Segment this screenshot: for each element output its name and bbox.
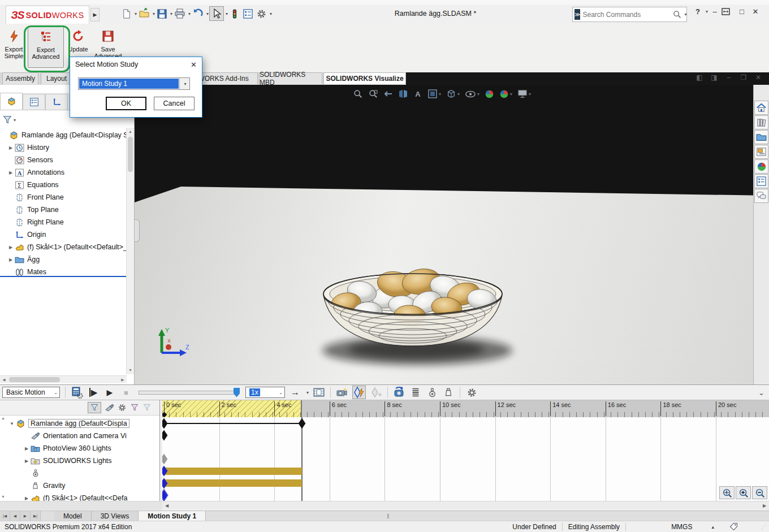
scroll-right-icon[interactable]: ▶: [119, 378, 127, 382]
combo-dropdown-icon[interactable]: ▾: [179, 78, 189, 89]
timeline-key-black[interactable]: [162, 430, 167, 440]
dialog-title-bar[interactable]: Select Motion Study ✕: [70, 57, 202, 72]
search-icon[interactable]: [672, 10, 682, 19]
close-icon[interactable]: ✕: [749, 7, 762, 16]
interference-icon[interactable]: [228, 7, 241, 20]
timeline-key-black[interactable]: [162, 418, 167, 429]
units-text[interactable]: MMGS: [671, 523, 692, 531]
feature-tree-horizontal-scrollbar[interactable]: ◀ ▶: [0, 375, 127, 383]
search-box[interactable]: ≫ ▾: [572, 7, 687, 22]
forum-icon[interactable]: [754, 189, 768, 203]
filter-animated-icon[interactable]: [105, 403, 114, 413]
print-icon[interactable]: [173, 7, 187, 20]
tree-row-agg[interactable]: ▶ Ägg: [1, 253, 128, 266]
tab-area-splitter[interactable]: ‖: [387, 513, 389, 520]
tab-solidworks-visualize[interactable]: SOLIDWORKS Visualize: [323, 72, 406, 84]
doc-restore-icon[interactable]: ❐: [736, 73, 751, 81]
contact-icon[interactable]: [426, 386, 438, 399]
ok-button[interactable]: OK: [106, 97, 146, 110]
open-icon[interactable]: [137, 7, 151, 20]
tree-row-sensors[interactable]: Sensors: [1, 154, 128, 166]
scroll-left-icon[interactable]: ◀: [0, 378, 8, 382]
mm-row-assembly[interactable]: ▼ Ramlande ägg (Default<Displa: [8, 417, 158, 430]
timeline-key-area[interactable]: [162, 417, 769, 501]
view-orientation-icon[interactable]: ▾: [427, 89, 441, 99]
prev-tab-icon[interactable]: ◀: [10, 511, 20, 521]
tree-row-top-plane[interactable]: Top Plane: [1, 204, 128, 216]
calculate-icon[interactable]: [71, 386, 83, 399]
first-tab-icon[interactable]: |◀: [0, 511, 10, 521]
play-icon[interactable]: ▶: [103, 386, 116, 399]
filter-funnel-icon[interactable]: [2, 115, 12, 125]
mm-row-orientation[interactable]: Orientation and Camera Vi: [8, 430, 158, 442]
pane-left-icon[interactable]: ◧: [692, 73, 707, 81]
rollback-bar[interactable]: [0, 276, 127, 277]
mm-row-solidworks-lights[interactable]: ▶ SOLIDWORKS Lights: [8, 455, 158, 467]
home-icon[interactable]: [754, 101, 768, 115]
tree-row-skal[interactable]: ▶ (f) Skål<1> (Default<<Default>_D: [1, 241, 128, 253]
tree-row-history[interactable]: ▶ History: [1, 141, 128, 154]
property-manager-tab[interactable]: [23, 94, 45, 110]
filter-driving-icon[interactable]: [118, 403, 127, 412]
custom-properties-icon[interactable]: [754, 174, 768, 188]
export-simple-button[interactable]: Export Simple: [1, 26, 27, 68]
scroll-up-icon[interactable]: ▲: [127, 128, 134, 136]
minimize-icon[interactable]: –: [708, 7, 722, 16]
dialog-close-icon[interactable]: ✕: [191, 60, 197, 69]
scroll-left-icon[interactable]: ◀: [162, 503, 171, 508]
motor-icon[interactable]: [393, 386, 405, 399]
playback-mode-icon[interactable]: →: [289, 386, 301, 399]
cancel-button[interactable]: Cancel: [154, 97, 195, 110]
pane-right-icon[interactable]: ◨: [707, 73, 722, 81]
view-settings-icon[interactable]: ▾: [517, 89, 531, 98]
timeline-zoom-in-icon[interactable]: [736, 486, 751, 499]
settings-gear-icon[interactable]: [255, 7, 268, 20]
save-animation-icon[interactable]: [313, 386, 325, 399]
edit-appearance-icon[interactable]: [485, 89, 494, 99]
filter-all-icon[interactable]: [88, 402, 101, 413]
new-document-icon[interactable]: [120, 7, 133, 20]
select-cursor-icon[interactable]: [209, 6, 224, 21]
tree-root-row[interactable]: Ramlande ägg (Default<Display State: [1, 129, 128, 141]
scrollbar-thumb[interactable]: [9, 377, 60, 382]
spring-icon[interactable]: [409, 386, 422, 399]
range-end-line[interactable]: [301, 417, 303, 501]
tab-3d-views[interactable]: 3D Views: [92, 511, 139, 521]
tree-row-annotations[interactable]: ▶ Annotations: [1, 166, 128, 179]
hide-show-icon[interactable]: ▾: [465, 90, 479, 98]
mm-row-photoview-lights[interactable]: ▶ PhotoView 360 Lights: [8, 442, 158, 455]
scroll-right-icon[interactable]: ▶: [760, 503, 769, 508]
last-tab-icon[interactable]: ▶|: [31, 511, 41, 521]
mm-tree-scroll-arrows[interactable]: ▲▼: [1, 416, 7, 499]
timeline-key-black[interactable]: [299, 418, 306, 429]
study-type-combo[interactable]: Basic Motion ⌄: [2, 387, 60, 398]
properties-gear-icon[interactable]: [465, 386, 478, 399]
resources-icon[interactable]: [754, 115, 768, 129]
annotation-view-icon[interactable]: A: [413, 89, 422, 98]
graphics-viewport[interactable]: A ▾ ▾ ▾ ▾ ▾: [135, 85, 769, 384]
appearances-icon[interactable]: [754, 159, 768, 174]
timeline-zoom-fit-icon[interactable]: [719, 486, 735, 499]
tree-row-equations[interactable]: Equations: [1, 179, 128, 191]
tab-model[interactable]: Model: [54, 511, 92, 521]
section-view-icon[interactable]: [398, 89, 408, 98]
animation-wizard-icon[interactable]: [336, 386, 348, 399]
menu-flyout-button[interactable]: ▶: [90, 8, 100, 21]
filter-selected-icon[interactable]: [130, 403, 139, 412]
apply-scene-icon[interactable]: ▾: [499, 89, 512, 99]
panel-splitter-handle[interactable]: [135, 219, 140, 242]
arrange-icon[interactable]: [722, 8, 735, 15]
timeline-key-gray[interactable]: [162, 454, 167, 465]
playback-slider[interactable]: [139, 391, 239, 395]
range-end-marker[interactable]: [301, 400, 302, 417]
collapse-chevron-icon[interactable]: ⌄: [758, 388, 764, 397]
motion-study-combo[interactable]: Motion Study 1 ▾: [78, 77, 190, 90]
view-palette-icon[interactable]: [754, 145, 768, 159]
undo-icon[interactable]: [191, 7, 205, 20]
gravity-icon[interactable]: [442, 386, 455, 399]
mm-row-skal[interactable]: ▶ (f) Skål<1> (Default<<Defa: [8, 492, 158, 501]
play-from-start-icon[interactable]: ▶: [87, 386, 100, 399]
previous-view-icon[interactable]: [383, 90, 393, 98]
tab-assembly[interactable]: Assembly: [2, 72, 38, 84]
tab-motion-study-1[interactable]: Motion Study 1: [139, 511, 206, 521]
